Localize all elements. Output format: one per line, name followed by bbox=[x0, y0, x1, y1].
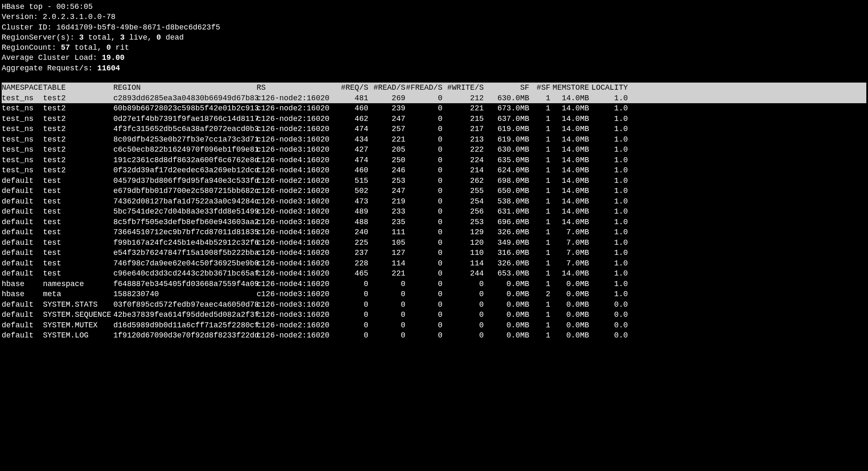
table-row[interactable]: defaulttestf99b167a24fc245b1e4b4b52912c3… bbox=[2, 238, 866, 248]
table-header-row[interactable]: NAMESPACE TABLE REGION RS #REQ/S #READ/S… bbox=[2, 83, 866, 93]
cell-memstore: 14.0MB bbox=[550, 186, 589, 196]
avg-load-value: 19.00 bbox=[102, 54, 125, 62]
table-row[interactable]: defaulttest74362d08127bafa1d7522a3a0c942… bbox=[2, 196, 866, 207]
cell-sf: 349.0MB bbox=[484, 238, 529, 248]
cell-nsf: 1 bbox=[529, 165, 550, 175]
cell-reads: 0 bbox=[368, 330, 405, 340]
rc-rit-suffix: rit bbox=[111, 43, 129, 52]
table-row[interactable]: test_nstest2c6c50ecb822b1624970f096eb1f0… bbox=[2, 145, 866, 155]
col-header-sf[interactable]: SF bbox=[484, 83, 529, 93]
cell-rs: c126-node2:16020 bbox=[257, 93, 332, 103]
cell-locality: 1.0 bbox=[589, 289, 628, 299]
cell-memstore: 14.0MB bbox=[550, 217, 589, 227]
cell-freads: 0 bbox=[405, 279, 442, 289]
table-row[interactable]: defaultSYSTEM.STATS03f0f895cd572fedb97ea… bbox=[2, 300, 866, 310]
col-header-rs[interactable]: RS bbox=[257, 83, 332, 93]
col-header-namespace[interactable]: NAMESPACE bbox=[2, 83, 43, 93]
cell-reqs: 0 bbox=[332, 320, 368, 330]
col-header-table[interactable]: TABLE bbox=[43, 83, 113, 93]
cell-reads: 111 bbox=[368, 227, 405, 237]
cell-table: test2 bbox=[43, 134, 113, 145]
cell-rs: c126-node4:16020 bbox=[257, 248, 332, 258]
cell-freads: 0 bbox=[405, 134, 442, 145]
cell-reads: 247 bbox=[368, 114, 405, 124]
cell-nsf: 1 bbox=[529, 114, 550, 124]
cell-memstore: 14.0MB bbox=[550, 176, 589, 186]
col-header-freads[interactable]: #FREAD/S bbox=[405, 83, 442, 93]
cell-freads: 0 bbox=[405, 206, 442, 217]
table-row[interactable]: hbasenamespacef648887eb345405fd03668a755… bbox=[2, 279, 866, 289]
cell-reqs: 460 bbox=[332, 165, 368, 175]
col-header-reqs[interactable]: #REQ/S bbox=[332, 83, 368, 93]
cell-sf: 698.0MB bbox=[484, 176, 529, 186]
cell-namespace: default bbox=[2, 206, 43, 217]
table-row[interactable]: defaulttest5bc7541de2c7d04b8a3e33fdd8e51… bbox=[2, 206, 866, 217]
col-header-nsf[interactable]: #SF bbox=[529, 83, 550, 93]
table-row[interactable]: defaultSYSTEM.MUTEXd16d5989d9b0d11a6cff7… bbox=[2, 320, 866, 331]
table-row[interactable]: defaultteste679dbfbb01d7700e2c5807215bb6… bbox=[2, 186, 866, 196]
cell-sf: 631.0MB bbox=[484, 206, 529, 217]
cell-reqs: 240 bbox=[332, 227, 368, 237]
cell-namespace: default bbox=[2, 217, 43, 227]
cell-locality: 1.0 bbox=[589, 134, 628, 145]
table-row[interactable]: defaultSYSTEM.LOG1f9120d67090d3e70f92d8f… bbox=[2, 330, 866, 341]
cell-rs: c126-node3:16020 bbox=[257, 206, 332, 217]
cell-nsf: 1 bbox=[529, 238, 550, 248]
cell-region: 4f3fc315652db5c6a38af2072eacd0b3 bbox=[113, 124, 257, 134]
cell-writes: 0 bbox=[442, 320, 484, 330]
table-row[interactable]: defaulttest04579d37bd806ff9d95fa940e3c53… bbox=[2, 176, 866, 186]
cell-rs: c126-node2:16020 bbox=[257, 330, 332, 340]
header-section: HBase top - 00:56:05 Version: 2.0.2.3.1.… bbox=[2, 2, 866, 73]
table-row[interactable]: test_nstest2c2893dd6285ea3a04830b66949d6… bbox=[2, 93, 866, 104]
cell-locality: 1.0 bbox=[589, 279, 628, 289]
table-row[interactable]: test_nstest20d27e1f4bb7391f9fae18766c14d… bbox=[2, 114, 866, 124]
cell-locality: 1.0 bbox=[589, 124, 628, 134]
table-row[interactable]: test_nstest260b89b66728023c598b5f42e01b2… bbox=[2, 103, 866, 114]
cell-reads: 221 bbox=[368, 268, 405, 278]
cell-namespace: test_ns bbox=[2, 103, 43, 113]
table-row[interactable]: defaultteste54f32b76247847f15a1008f5b222… bbox=[2, 248, 866, 258]
cell-writes: 120 bbox=[442, 238, 484, 248]
cell-table: test bbox=[43, 196, 113, 206]
cell-writes: 221 bbox=[442, 103, 484, 113]
table-row[interactable]: defaultSYSTEM.SEQUENCE42be37839fea614f95… bbox=[2, 310, 866, 320]
table-row[interactable]: test_nstest28c09dfb4253e0b27fb3e7cc1a73c… bbox=[2, 134, 866, 145]
table-row[interactable]: hbasemeta1588230740c126-node3:1602000000… bbox=[2, 289, 866, 300]
cell-nsf: 1 bbox=[529, 248, 550, 258]
cell-rs: c126-node3:16020 bbox=[257, 196, 332, 206]
table-row[interactable]: test_nstest24f3fc315652db5c6a38af2072eac… bbox=[2, 124, 866, 134]
cell-freads: 0 bbox=[405, 248, 442, 258]
cell-writes: 256 bbox=[442, 206, 484, 217]
cell-freads: 0 bbox=[405, 114, 442, 124]
table-row[interactable]: test_nstest2191c2361c8d8df8632a600f6c676… bbox=[2, 155, 866, 166]
cell-sf: 630.0MB bbox=[484, 93, 529, 103]
col-header-region[interactable]: REGION bbox=[113, 83, 257, 93]
col-header-writes[interactable]: #WRITE/S bbox=[442, 83, 484, 93]
col-header-locality[interactable]: LOCALITY bbox=[589, 83, 628, 93]
cell-namespace: default bbox=[2, 248, 43, 258]
table-row[interactable]: test_nstest20f32dd39af17d2eedec63a269eb1… bbox=[2, 165, 866, 176]
cell-reqs: 0 bbox=[332, 330, 368, 340]
table-row[interactable]: defaulttest73664510712ec9b7bf7cd87011d81… bbox=[2, 227, 866, 238]
cell-region: 60b89b66728023c598b5f42e01b2c913 bbox=[113, 103, 257, 113]
table-row[interactable]: defaulttest8c5fb7f505e3defb8efb60e943603… bbox=[2, 217, 866, 227]
cell-reqs: 481 bbox=[332, 93, 368, 103]
cell-nsf: 1 bbox=[529, 227, 550, 237]
table-row[interactable]: defaulttestc96e640cd3d3cd2443c2bb3671bc6… bbox=[2, 268, 866, 279]
cell-memstore: 14.0MB bbox=[550, 206, 589, 217]
cell-rs: c126-node4:16020 bbox=[257, 268, 332, 278]
col-header-memstore[interactable]: MEMSTORE bbox=[550, 83, 589, 93]
regioncount-line: RegionCount: 57 total, 0 rit bbox=[2, 43, 866, 53]
cell-reqs: 474 bbox=[332, 155, 368, 165]
table-row[interactable]: defaulttest746f98c7da9ee62e04c50f36925be… bbox=[2, 258, 866, 269]
avg-load-label: Average Cluster Load: bbox=[2, 54, 102, 62]
cell-reqs: 488 bbox=[332, 217, 368, 227]
cell-memstore: 14.0MB bbox=[550, 114, 589, 124]
cell-nsf: 1 bbox=[529, 93, 550, 103]
col-header-reads[interactable]: #READ/S bbox=[368, 83, 405, 93]
cell-table: test bbox=[43, 176, 113, 186]
cell-locality: 0.0 bbox=[589, 330, 628, 340]
regionserver-line: RegionServer(s): 3 total, 3 live, 0 dead bbox=[2, 32, 866, 43]
rc-rit: 0 bbox=[106, 43, 111, 52]
cell-freads: 0 bbox=[405, 330, 442, 340]
